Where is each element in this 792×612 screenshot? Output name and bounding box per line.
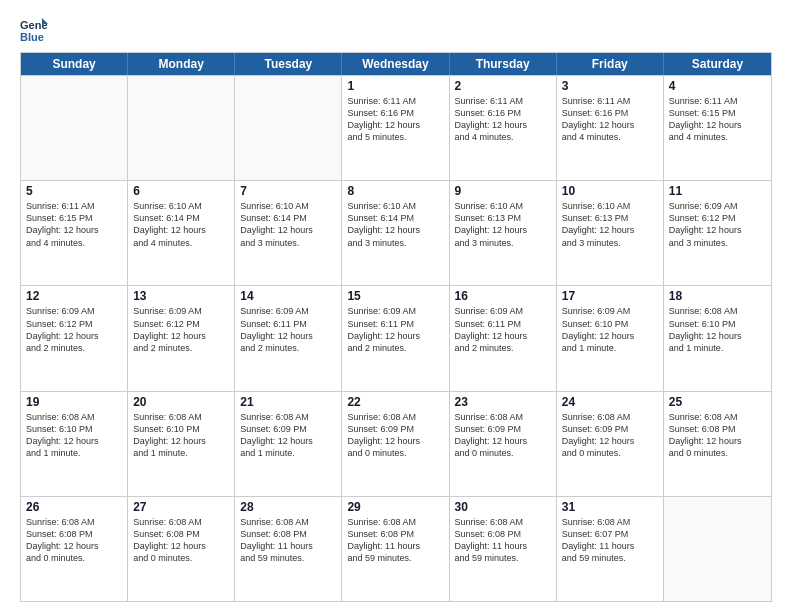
- day-info: Sunrise: 6:08 AM Sunset: 6:08 PM Dayligh…: [669, 411, 766, 460]
- calendar-cell: [21, 76, 128, 180]
- day-number: 23: [455, 395, 551, 409]
- svg-text:Blue: Blue: [20, 31, 44, 43]
- calendar-row: 19Sunrise: 6:08 AM Sunset: 6:10 PM Dayli…: [21, 391, 771, 496]
- day-info: Sunrise: 6:09 AM Sunset: 6:12 PM Dayligh…: [133, 305, 229, 354]
- day-info: Sunrise: 6:08 AM Sunset: 6:08 PM Dayligh…: [455, 516, 551, 565]
- day-info: Sunrise: 6:08 AM Sunset: 6:08 PM Dayligh…: [240, 516, 336, 565]
- logo-icon: General Blue: [20, 16, 48, 44]
- day-info: Sunrise: 6:09 AM Sunset: 6:11 PM Dayligh…: [240, 305, 336, 354]
- calendar-cell: 24Sunrise: 6:08 AM Sunset: 6:09 PM Dayli…: [557, 392, 664, 496]
- day-number: 12: [26, 289, 122, 303]
- calendar-cell: 12Sunrise: 6:09 AM Sunset: 6:12 PM Dayli…: [21, 286, 128, 390]
- day-number: 18: [669, 289, 766, 303]
- day-number: 2: [455, 79, 551, 93]
- day-info: Sunrise: 6:09 AM Sunset: 6:10 PM Dayligh…: [562, 305, 658, 354]
- calendar-body: 1Sunrise: 6:11 AM Sunset: 6:16 PM Daylig…: [21, 75, 771, 601]
- calendar-cell: 19Sunrise: 6:08 AM Sunset: 6:10 PM Dayli…: [21, 392, 128, 496]
- day-number: 13: [133, 289, 229, 303]
- calendar-cell: [664, 497, 771, 601]
- calendar-cell: 2Sunrise: 6:11 AM Sunset: 6:16 PM Daylig…: [450, 76, 557, 180]
- calendar-cell: 6Sunrise: 6:10 AM Sunset: 6:14 PM Daylig…: [128, 181, 235, 285]
- day-number: 19: [26, 395, 122, 409]
- day-number: 11: [669, 184, 766, 198]
- day-info: Sunrise: 6:09 AM Sunset: 6:11 PM Dayligh…: [347, 305, 443, 354]
- day-number: 1: [347, 79, 443, 93]
- day-info: Sunrise: 6:08 AM Sunset: 6:09 PM Dayligh…: [347, 411, 443, 460]
- day-number: 7: [240, 184, 336, 198]
- day-number: 4: [669, 79, 766, 93]
- day-number: 26: [26, 500, 122, 514]
- calendar-row: 12Sunrise: 6:09 AM Sunset: 6:12 PM Dayli…: [21, 285, 771, 390]
- day-number: 5: [26, 184, 122, 198]
- calendar-cell: 29Sunrise: 6:08 AM Sunset: 6:08 PM Dayli…: [342, 497, 449, 601]
- calendar-cell: 25Sunrise: 6:08 AM Sunset: 6:08 PM Dayli…: [664, 392, 771, 496]
- calendar-cell: 1Sunrise: 6:11 AM Sunset: 6:16 PM Daylig…: [342, 76, 449, 180]
- day-info: Sunrise: 6:09 AM Sunset: 6:11 PM Dayligh…: [455, 305, 551, 354]
- calendar-cell: 28Sunrise: 6:08 AM Sunset: 6:08 PM Dayli…: [235, 497, 342, 601]
- weekday-header: Saturday: [664, 53, 771, 75]
- calendar-row: 26Sunrise: 6:08 AM Sunset: 6:08 PM Dayli…: [21, 496, 771, 601]
- day-number: 22: [347, 395, 443, 409]
- day-info: Sunrise: 6:08 AM Sunset: 6:09 PM Dayligh…: [240, 411, 336, 460]
- day-number: 15: [347, 289, 443, 303]
- calendar-cell: 4Sunrise: 6:11 AM Sunset: 6:15 PM Daylig…: [664, 76, 771, 180]
- calendar-cell: [128, 76, 235, 180]
- calendar-cell: 9Sunrise: 6:10 AM Sunset: 6:13 PM Daylig…: [450, 181, 557, 285]
- calendar-cell: 23Sunrise: 6:08 AM Sunset: 6:09 PM Dayli…: [450, 392, 557, 496]
- day-number: 8: [347, 184, 443, 198]
- day-info: Sunrise: 6:08 AM Sunset: 6:10 PM Dayligh…: [133, 411, 229, 460]
- calendar-cell: 8Sunrise: 6:10 AM Sunset: 6:14 PM Daylig…: [342, 181, 449, 285]
- day-info: Sunrise: 6:08 AM Sunset: 6:08 PM Dayligh…: [133, 516, 229, 565]
- calendar-cell: 22Sunrise: 6:08 AM Sunset: 6:09 PM Dayli…: [342, 392, 449, 496]
- weekday-header: Friday: [557, 53, 664, 75]
- day-number: 30: [455, 500, 551, 514]
- calendar-cell: 14Sunrise: 6:09 AM Sunset: 6:11 PM Dayli…: [235, 286, 342, 390]
- calendar-cell: 15Sunrise: 6:09 AM Sunset: 6:11 PM Dayli…: [342, 286, 449, 390]
- day-info: Sunrise: 6:11 AM Sunset: 6:16 PM Dayligh…: [347, 95, 443, 144]
- header: General Blue: [20, 16, 772, 44]
- calendar-cell: 31Sunrise: 6:08 AM Sunset: 6:07 PM Dayli…: [557, 497, 664, 601]
- day-number: 3: [562, 79, 658, 93]
- day-info: Sunrise: 6:09 AM Sunset: 6:12 PM Dayligh…: [669, 200, 766, 249]
- calendar-cell: 10Sunrise: 6:10 AM Sunset: 6:13 PM Dayli…: [557, 181, 664, 285]
- calendar-row: 1Sunrise: 6:11 AM Sunset: 6:16 PM Daylig…: [21, 75, 771, 180]
- day-number: 28: [240, 500, 336, 514]
- calendar-cell: 17Sunrise: 6:09 AM Sunset: 6:10 PM Dayli…: [557, 286, 664, 390]
- day-number: 16: [455, 289, 551, 303]
- day-info: Sunrise: 6:08 AM Sunset: 6:09 PM Dayligh…: [562, 411, 658, 460]
- page: General Blue SundayMondayTuesdayWednesda…: [0, 0, 792, 612]
- weekday-header: Sunday: [21, 53, 128, 75]
- calendar-cell: 5Sunrise: 6:11 AM Sunset: 6:15 PM Daylig…: [21, 181, 128, 285]
- weekday-header: Monday: [128, 53, 235, 75]
- calendar-cell: 30Sunrise: 6:08 AM Sunset: 6:08 PM Dayli…: [450, 497, 557, 601]
- calendar-cell: 3Sunrise: 6:11 AM Sunset: 6:16 PM Daylig…: [557, 76, 664, 180]
- calendar-cell: 16Sunrise: 6:09 AM Sunset: 6:11 PM Dayli…: [450, 286, 557, 390]
- day-info: Sunrise: 6:11 AM Sunset: 6:15 PM Dayligh…: [26, 200, 122, 249]
- calendar-row: 5Sunrise: 6:11 AM Sunset: 6:15 PM Daylig…: [21, 180, 771, 285]
- weekday-header: Wednesday: [342, 53, 449, 75]
- day-info: Sunrise: 6:08 AM Sunset: 6:10 PM Dayligh…: [26, 411, 122, 460]
- day-info: Sunrise: 6:11 AM Sunset: 6:16 PM Dayligh…: [562, 95, 658, 144]
- day-info: Sunrise: 6:08 AM Sunset: 6:07 PM Dayligh…: [562, 516, 658, 565]
- day-info: Sunrise: 6:11 AM Sunset: 6:15 PM Dayligh…: [669, 95, 766, 144]
- day-number: 17: [562, 289, 658, 303]
- calendar-cell: 20Sunrise: 6:08 AM Sunset: 6:10 PM Dayli…: [128, 392, 235, 496]
- day-number: 10: [562, 184, 658, 198]
- day-info: Sunrise: 6:10 AM Sunset: 6:14 PM Dayligh…: [347, 200, 443, 249]
- calendar-cell: 18Sunrise: 6:08 AM Sunset: 6:10 PM Dayli…: [664, 286, 771, 390]
- day-info: Sunrise: 6:10 AM Sunset: 6:13 PM Dayligh…: [562, 200, 658, 249]
- calendar-cell: 13Sunrise: 6:09 AM Sunset: 6:12 PM Dayli…: [128, 286, 235, 390]
- calendar: SundayMondayTuesdayWednesdayThursdayFrid…: [20, 52, 772, 602]
- calendar-cell: 21Sunrise: 6:08 AM Sunset: 6:09 PM Dayli…: [235, 392, 342, 496]
- day-info: Sunrise: 6:08 AM Sunset: 6:08 PM Dayligh…: [26, 516, 122, 565]
- day-info: Sunrise: 6:10 AM Sunset: 6:13 PM Dayligh…: [455, 200, 551, 249]
- day-info: Sunrise: 6:10 AM Sunset: 6:14 PM Dayligh…: [133, 200, 229, 249]
- day-number: 9: [455, 184, 551, 198]
- day-info: Sunrise: 6:10 AM Sunset: 6:14 PM Dayligh…: [240, 200, 336, 249]
- calendar-cell: 27Sunrise: 6:08 AM Sunset: 6:08 PM Dayli…: [128, 497, 235, 601]
- weekday-header: Tuesday: [235, 53, 342, 75]
- day-info: Sunrise: 6:09 AM Sunset: 6:12 PM Dayligh…: [26, 305, 122, 354]
- day-info: Sunrise: 6:08 AM Sunset: 6:10 PM Dayligh…: [669, 305, 766, 354]
- day-number: 29: [347, 500, 443, 514]
- calendar-header: SundayMondayTuesdayWednesdayThursdayFrid…: [21, 53, 771, 75]
